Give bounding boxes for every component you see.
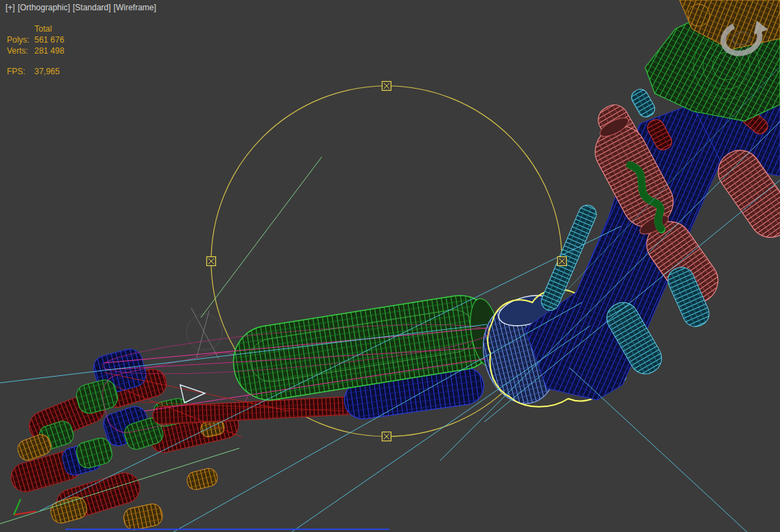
viewport-label-bar: [+] [Orthographic] [Standard] [Wireframe…: [6, 3, 156, 12]
stats-total-header: Total: [34, 23, 64, 34]
statistics-overlay: Total Polys: 561 676 Verts: 281 498 FPS:…: [7, 23, 64, 77]
stats-verts-label: Verts:: [7, 45, 34, 56]
stats-verts-value: 281 498: [34, 45, 64, 56]
viewport-menu-style[interactable]: [Standard]: [73, 3, 111, 12]
rotation-gizmo-handle-top[interactable]: [382, 82, 391, 91]
stats-fps-value: 37,965: [34, 66, 64, 77]
wireframe-scene: [0, 0, 780, 532]
stats-polys-label: Polys:: [7, 34, 34, 45]
stats-polys-value: 561 676: [34, 34, 64, 45]
viewport-menu-shading[interactable]: [Wireframe]: [113, 3, 156, 12]
viewport-menu-general[interactable]: [+]: [6, 3, 15, 12]
stats-fps-label: FPS:: [7, 66, 34, 77]
rotation-gizmo-handle-bottom[interactable]: [382, 432, 391, 441]
viewport-menu-pov[interactable]: [Orthographic]: [18, 3, 70, 12]
rotation-gizmo-handle-right[interactable]: [558, 257, 567, 266]
3d-viewport[interactable]: [+] [Orthographic] [Standard] [Wireframe…: [0, 0, 780, 532]
rotation-gizmo-handle-left[interactable]: [207, 257, 216, 266]
stats-spacer: [7, 23, 34, 34]
